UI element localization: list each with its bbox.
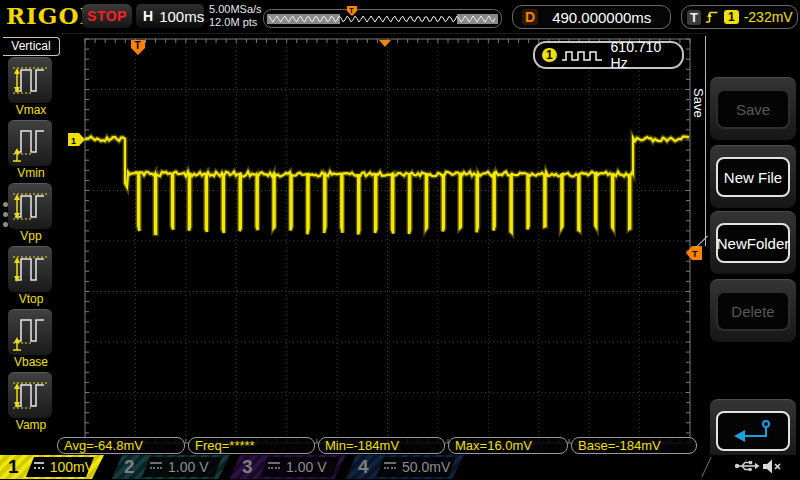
- trigger-badge[interactable]: T 1 -232mV: [681, 5, 798, 29]
- timebase-value: 100ms: [159, 8, 204, 25]
- speaker-muted-icon[interactable]: [762, 458, 784, 475]
- back-button[interactable]: [710, 399, 796, 462]
- vmax-icon: [8, 57, 52, 103]
- channel-number: 1: [8, 455, 19, 479]
- edge-trigger-icon: [705, 9, 719, 25]
- menu-item-vmin[interactable]: Vmin: [8, 120, 54, 180]
- channel-scale: 50.0mV: [402, 459, 450, 475]
- trigger-level-value: -232mV: [744, 9, 793, 25]
- channel-scale: 1.00 V: [286, 459, 326, 475]
- measure-menu: Vertical Vmax Vmin Vpp: [0, 33, 62, 455]
- memory-waveform-preview: T: [263, 6, 502, 28]
- menu-item-label: Vpp: [8, 229, 54, 243]
- memory-position-bar[interactable]: T: [263, 6, 502, 28]
- measure-menu-title: Vertical: [3, 37, 60, 56]
- menu-item-label: Vtop: [8, 292, 54, 306]
- dc-coupling-icon: [384, 462, 396, 472]
- trigger-position-marker[interactable]: T: [131, 40, 145, 56]
- dc-coupling-icon: [34, 462, 44, 472]
- channel1-ground-marker[interactable]: 1: [68, 133, 85, 146]
- menu-item-vtop[interactable]: Vtop: [8, 246, 54, 306]
- svg-text:T: T: [349, 7, 354, 14]
- save-menu-panel: Save Save New File NewFolder Delete: [706, 33, 800, 455]
- measurement-avg: Avg=-64.8mV: [57, 437, 185, 454]
- delay-badge[interactable]: D 490.000000ms: [512, 5, 671, 29]
- menu-tab-frame: [705, 36, 706, 246]
- menu-page-dots: [3, 197, 8, 232]
- channel-number: 2: [124, 455, 135, 479]
- channel-scale: 100mV: [50, 459, 94, 475]
- new-file-button-label: New File: [724, 169, 782, 186]
- delay-label: D: [522, 9, 538, 25]
- horizontal-label: H: [143, 8, 153, 24]
- delay-value: 490.000000ms: [552, 9, 651, 26]
- trigger-source-badge: 1: [724, 10, 739, 24]
- timebase-badge[interactable]: H 100ms: [136, 4, 204, 28]
- vamp-icon: [8, 372, 52, 418]
- menu-item-vamp[interactable]: Vamp: [8, 372, 54, 432]
- acquisition-info: 5.00MSa/s 12.0M pts: [209, 3, 262, 29]
- channel-number: 4: [358, 455, 369, 479]
- counter-value: 610.710 Hz: [611, 39, 682, 71]
- dc-coupling-icon: [268, 462, 280, 472]
- measurement-base: Base=-184mV: [571, 437, 697, 454]
- menu-tab-save: Save: [691, 88, 706, 118]
- menu-item-vbase[interactable]: Vbase: [8, 309, 54, 369]
- memory-depth: 12.0M pts: [209, 16, 262, 29]
- dc-coupling-icon: [150, 462, 162, 472]
- vbase-icon: [8, 309, 52, 355]
- menu-item-label: Vbase: [8, 355, 54, 369]
- channel-scale: 1.00 V: [168, 459, 208, 475]
- sample-rate: 5.00MSa/s: [209, 3, 262, 16]
- svg-text:T: T: [692, 249, 698, 259]
- channel-2-status[interactable]: 2 1.00 V: [112, 455, 230, 479]
- menu-item-label: Vamp: [8, 418, 54, 432]
- delete-button: Delete: [710, 279, 796, 342]
- menu-item-label: Vmin: [8, 166, 54, 180]
- oscilloscope-screen: { "colors": { "ch1": "#f0e800", "ch2": "…: [0, 0, 800, 480]
- new-folder-button-label: NewFolder: [717, 235, 790, 252]
- channel-status-bar: 1 100mV 2 1.00 V 3 1.00 V 4 50.0mV: [0, 455, 800, 480]
- frequency-counter: 1 610.710 Hz: [533, 41, 684, 69]
- menu-item-label: Vmax: [8, 103, 54, 117]
- return-arrow-icon: [731, 418, 775, 444]
- top-status-bar: RIGOL STOP H 100ms 5.00MSa/s 12.0M pts T…: [0, 0, 800, 34]
- channel-number: 3: [242, 455, 253, 479]
- svg-text:1: 1: [71, 136, 76, 146]
- usb-icon: [734, 458, 760, 474]
- svg-text:T: T: [135, 40, 141, 51]
- channel-3-status[interactable]: 3 1.00 V: [230, 455, 346, 479]
- square-wave-icon: [561, 48, 605, 62]
- run-state-label: STOP: [87, 8, 127, 24]
- menu-item-vpp[interactable]: Vpp: [8, 183, 54, 243]
- save-button: Save: [710, 77, 796, 140]
- counter-channel-badge: 1: [542, 48, 557, 62]
- new-folder-button[interactable]: NewFolder: [710, 211, 796, 274]
- waveform-display: T T 1: [64, 36, 706, 450]
- vtop-icon: [8, 246, 52, 292]
- trigger-label: T: [687, 10, 701, 25]
- trigger-level-marker[interactable]: T: [686, 246, 702, 260]
- vpp-icon: [8, 183, 52, 229]
- menu-item-vmax[interactable]: Vmax: [8, 57, 54, 117]
- footer-divider: [701, 457, 711, 477]
- delete-button-label: Delete: [731, 303, 774, 320]
- channel-1-status[interactable]: 1 100mV: [0, 455, 110, 479]
- channel-4-status[interactable]: 4 50.0mV: [346, 455, 464, 479]
- save-button-label: Save: [736, 101, 770, 118]
- delay-center-marker: [379, 40, 391, 47]
- vmin-icon: [8, 120, 52, 166]
- run-state-badge[interactable]: STOP: [82, 4, 132, 28]
- measurement-min: Min=-184mV: [318, 437, 445, 454]
- measurement-freq: Freq=*****: [188, 437, 315, 454]
- new-file-button[interactable]: New File: [710, 145, 796, 208]
- graticule-grid: [85, 39, 690, 443]
- measurement-max: Max=16.0mV: [448, 437, 568, 454]
